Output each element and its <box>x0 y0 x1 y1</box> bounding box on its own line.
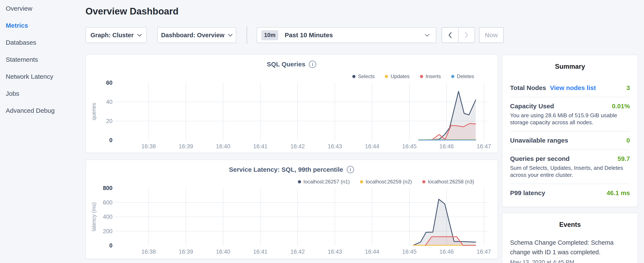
sidebar-item-jobs[interactable]: Jobs <box>6 85 81 102</box>
svg-text:16:38: 16:38 <box>142 143 156 150</box>
svg-text:16:45: 16:45 <box>402 248 417 255</box>
summary-row-value: 3 <box>626 84 630 92</box>
svg-text:i: i <box>312 62 313 67</box>
chart-title: Service Latency: SQL, 99th percentile <box>229 166 343 173</box>
svg-text:16:46: 16:46 <box>440 248 454 255</box>
legend-label: localhost:26258 (n3) <box>428 179 474 185</box>
svg-text:16:39: 16:39 <box>178 143 193 150</box>
summary-row-queries-per-second: Queries per second59.7Sum of Selects, Up… <box>510 150 630 184</box>
summary-row-value: 46.1 ms <box>606 189 630 197</box>
svg-text:16:47: 16:47 <box>477 143 491 150</box>
svg-text:0: 0 <box>109 242 112 249</box>
chevron-right-icon <box>464 32 468 38</box>
svg-text:16:41: 16:41 <box>253 248 268 255</box>
svg-text:16:44: 16:44 <box>365 248 379 255</box>
chart-legend: SelectsUpdatesInsertsDeletes <box>352 73 474 79</box>
view-nodes-list-link[interactable]: View nodes list <box>550 84 596 92</box>
legend-item[interactable]: Deletes <box>451 73 474 79</box>
summary-row-label: Total Nodes <box>510 84 546 92</box>
summary-row-label: Unavailable ranges <box>510 137 568 144</box>
legend-label: Deletes <box>457 73 474 79</box>
svg-text:200: 200 <box>103 228 112 234</box>
sql-queries-chart-card: SQL Queries i SelectsUpdatesInsertsDelet… <box>86 54 498 153</box>
controls-bar: Graph: Cluster Dashboard: Overview 10m P… <box>86 27 504 43</box>
legend-dot <box>298 180 301 183</box>
svg-text:latency (ms): latency (ms) <box>91 202 97 231</box>
graph-dropdown-label: Graph: Cluster <box>90 32 134 39</box>
chevron-down-icon <box>228 34 232 37</box>
summary-rows: Total NodesView nodes list3Capacity Used… <box>510 79 630 202</box>
svg-text:16:45: 16:45 <box>402 143 417 150</box>
svg-text:16:43: 16:43 <box>328 143 342 150</box>
svg-text:60: 60 <box>106 80 112 86</box>
legend-item[interactable]: Updates <box>385 73 410 79</box>
service-latency-plot[interactable]: 16:3816:3916:4016:4116:4216:4316:4416:45… <box>86 185 494 258</box>
svg-text:20: 20 <box>106 118 112 124</box>
time-range-picker[interactable]: 10m Past 10 Minutes <box>256 27 436 43</box>
previous-time-button[interactable] <box>442 28 458 43</box>
info-icon[interactable]: i <box>346 166 354 174</box>
summary-row-label: P99 latency <box>510 189 545 197</box>
time-range-badge: 10m <box>261 30 278 40</box>
legend-dot <box>420 75 423 78</box>
sidebar-item-overview[interactable]: Overview <box>6 0 81 17</box>
summary-row-unavailable-ranges: Unavailable ranges0 <box>510 132 630 149</box>
dashboard-dropdown-label: Dashboard: Overview <box>161 32 224 39</box>
legend-item[interactable]: localhost:26259 (n2) <box>360 179 412 185</box>
summary-row-value: 0.01% <box>612 103 630 110</box>
dashboard-dropdown[interactable]: Dashboard: Overview <box>157 27 236 43</box>
sidebar-item-advanced-debug[interactable]: Advanced Debug <box>6 102 81 119</box>
legend-label: Inserts <box>426 73 441 79</box>
sidebar-item-network-latency[interactable]: Network Latency <box>6 68 81 85</box>
summary-row-label: Queries per second <box>510 155 570 162</box>
next-time-button[interactable] <box>458 28 475 43</box>
sql-queries-plot[interactable]: 16:3816:3916:4016:4116:4216:4316:4416:45… <box>86 80 494 153</box>
summary-row-description: You are using 28.6 MiB of 515.9 GiB usab… <box>510 112 630 126</box>
legend-dot <box>422 180 426 183</box>
events-title: Events <box>510 221 630 228</box>
event-message: Schema Change Completed: Schema change w… <box>510 238 616 257</box>
now-button[interactable]: Now <box>479 27 504 43</box>
event-timestamp: May 13, 2020 at 4:45 PM <box>510 259 630 263</box>
legend-item[interactable]: localhost:26257 (n1) <box>298 179 350 185</box>
chevron-down-icon <box>137 34 142 37</box>
chevron-down-icon <box>425 34 430 37</box>
sidebar-item-statements[interactable]: Statements <box>6 51 81 68</box>
legend-label: Updates <box>390 73 410 79</box>
summary-row-description: Sum of Selects, Updates, Inserts, and De… <box>510 164 630 178</box>
svg-text:16:43: 16:43 <box>328 248 342 255</box>
svg-text:16:42: 16:42 <box>290 248 305 255</box>
graph-dropdown[interactable]: Graph: Cluster <box>86 27 147 43</box>
svg-text:600: 600 <box>103 199 112 206</box>
svg-text:16:39: 16:39 <box>178 248 193 255</box>
controls-divider <box>247 27 247 44</box>
svg-text:40: 40 <box>106 99 112 105</box>
svg-text:queries: queries <box>91 103 97 120</box>
chevron-left-icon <box>448 32 452 38</box>
legend-label: localhost:26257 (n1) <box>304 179 350 185</box>
chart-title: SQL Queries <box>267 61 305 68</box>
svg-text:i: i <box>350 167 351 172</box>
svg-text:16:47: 16:47 <box>477 248 491 255</box>
sidebar-item-databases[interactable]: Databases <box>6 34 81 51</box>
legend-item[interactable]: localhost:26258 (n3) <box>422 179 474 185</box>
legend-label: Selects <box>358 73 375 79</box>
summary-row-label: Capacity Used <box>510 103 554 110</box>
info-icon[interactable]: i <box>308 60 316 68</box>
summary-title: Summary <box>510 63 630 70</box>
legend-item[interactable]: Selects <box>352 73 375 79</box>
event-item[interactable]: Schema Change Completed: Schema change w… <box>510 238 630 263</box>
service-latency-chart-card: Service Latency: SQL, 99th percentile i … <box>86 160 498 259</box>
chart-legend: localhost:26257 (n1)localhost:26259 (n2)… <box>298 179 474 185</box>
svg-text:16:38: 16:38 <box>142 248 156 255</box>
svg-text:16:44: 16:44 <box>365 143 379 150</box>
sidebar-item-metrics[interactable]: Metrics <box>6 17 81 34</box>
summary-row-total-nodes: Total NodesView nodes list3 <box>510 79 630 97</box>
events-list: Schema Change Completed: Schema change w… <box>510 238 630 263</box>
svg-text:400: 400 <box>103 214 112 220</box>
svg-text:16:40: 16:40 <box>216 248 230 255</box>
legend-item[interactable]: Inserts <box>420 73 441 79</box>
legend-label: localhost:26259 (n2) <box>366 179 412 185</box>
summary-row-p99-latency: P99 latency46.1 ms <box>510 184 630 202</box>
summary-row-value: 59.7 <box>618 155 630 162</box>
